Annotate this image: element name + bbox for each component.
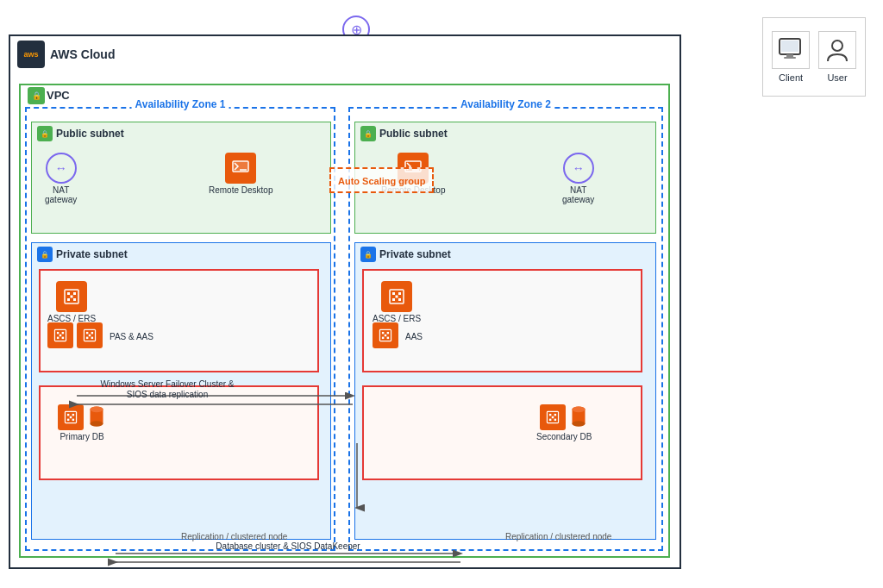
primary-db-cylinder bbox=[87, 404, 106, 430]
svg-rect-42 bbox=[382, 337, 384, 339]
svg-rect-23 bbox=[72, 414, 74, 416]
svg-rect-18 bbox=[86, 337, 88, 339]
asg-label-container: Auto Scaling group bbox=[329, 167, 434, 193]
svg-rect-7 bbox=[73, 298, 76, 301]
secondary-db-label: Secondary DB bbox=[536, 432, 592, 441]
primary-db-icons bbox=[58, 404, 106, 430]
private-subnet-1-label: Private subnet bbox=[56, 248, 128, 260]
svg-rect-5 bbox=[67, 298, 70, 301]
primary-db: Primary DB bbox=[58, 404, 106, 441]
public-subnet-1-icon: 🔒 bbox=[37, 126, 53, 141]
svg-rect-19 bbox=[91, 337, 93, 339]
nat-gateway-1-label: NATgateway bbox=[45, 185, 77, 204]
svg-rect-35 bbox=[392, 298, 395, 301]
user-svg bbox=[824, 37, 850, 63]
svg-rect-13 bbox=[62, 337, 64, 339]
svg-rect-14 bbox=[59, 335, 61, 336]
private-subnet-2-label: Private subnet bbox=[379, 248, 451, 260]
svg-rect-50 bbox=[552, 416, 554, 418]
svg-rect-16 bbox=[86, 332, 88, 334]
primary-db-ec2 bbox=[58, 404, 84, 430]
remote-desktop-1-icon bbox=[225, 153, 256, 184]
svg-rect-41 bbox=[387, 332, 389, 334]
svg-rect-36 bbox=[398, 292, 401, 295]
nat-gateway-1: ↔ NATgateway bbox=[45, 153, 77, 204]
cluster-top-az2: ASCS / ERS AAS bbox=[362, 269, 642, 372]
private-subnet-2-icon: 🔒 bbox=[360, 247, 376, 262]
vpc-icon: 🔒 bbox=[28, 87, 45, 104]
aws-logo-icon: aws bbox=[17, 41, 45, 68]
svg-point-67 bbox=[832, 41, 842, 51]
svg-rect-8 bbox=[71, 296, 73, 298]
ascs-ers-2: ASCS / ERS bbox=[373, 281, 421, 323]
availability-zone-1: Availability Zone 1 🔒 Public subnet ↔ NA… bbox=[25, 107, 335, 551]
replication-text-1: Replication / clustered node bbox=[181, 532, 287, 541]
svg-rect-44 bbox=[385, 335, 386, 336]
aas-ec2-icon bbox=[373, 322, 398, 348]
remote-desktop-1: Remote Desktop bbox=[209, 153, 272, 195]
nat-gateway-2-label: NATgateway bbox=[562, 185, 594, 204]
nat-gateway-2-icon: ↔ bbox=[563, 153, 594, 184]
asg-border: Auto Scaling group bbox=[329, 167, 434, 193]
client-item: Client bbox=[772, 31, 810, 83]
svg-rect-24 bbox=[67, 419, 69, 421]
aas-icon-1 bbox=[77, 322, 103, 348]
svg-rect-34 bbox=[392, 292, 395, 295]
svg-point-29 bbox=[91, 421, 103, 427]
asg-label: Auto Scaling group bbox=[338, 176, 425, 186]
svg-rect-37 bbox=[398, 298, 401, 301]
svg-rect-47 bbox=[554, 414, 556, 416]
secondary-db: Secondary DB bbox=[536, 404, 592, 441]
secondary-db-cylinder bbox=[569, 404, 588, 430]
right-panel: Client User bbox=[762, 17, 866, 97]
private-subnet-1-icon: 🔒 bbox=[37, 247, 53, 262]
cluster-bottom-az1: Primary DB bbox=[39, 385, 319, 480]
svg-rect-64 bbox=[781, 41, 798, 52]
svg-rect-46 bbox=[549, 414, 551, 416]
aas-label: AAS bbox=[405, 332, 423, 341]
vpc-box: 🔒 VPC Availability Zone 1 🔒 Public subne… bbox=[19, 84, 670, 558]
pas-aas-group: PAS & AAS bbox=[47, 322, 153, 348]
svg-rect-66 bbox=[784, 57, 796, 59]
svg-rect-11 bbox=[62, 332, 64, 334]
user-label: User bbox=[827, 72, 847, 83]
private-subnet-1: 🔒 Private subnet ASCS / ERS bbox=[31, 242, 331, 540]
cluster-bottom-az2: Secondary DB bbox=[362, 385, 642, 480]
ascs-ers-1: ASCS / ERS bbox=[47, 281, 96, 323]
az2-label: Availability Zone 2 bbox=[457, 98, 554, 110]
svg-rect-65 bbox=[786, 54, 793, 57]
svg-rect-48 bbox=[549, 419, 551, 421]
secondary-db-icons bbox=[540, 404, 588, 430]
svg-rect-43 bbox=[387, 337, 389, 339]
svg-rect-26 bbox=[70, 416, 72, 418]
svg-point-30 bbox=[91, 407, 103, 413]
ascs-ers-2-icon bbox=[381, 281, 412, 312]
public-subnet-1-label: Public subnet bbox=[56, 128, 124, 140]
primary-db-label: Primary DB bbox=[59, 432, 103, 441]
svg-rect-38 bbox=[396, 296, 398, 298]
diagram-container: ⊕ aws AWS Cloud 🔒 VPC Availability Zone … bbox=[9, 9, 690, 578]
public-subnet-2-icon: 🔒 bbox=[360, 126, 376, 141]
az1-label: Availability Zone 1 bbox=[132, 98, 229, 110]
aws-logo: aws AWS Cloud bbox=[17, 41, 115, 68]
client-icon bbox=[772, 31, 810, 69]
svg-rect-6 bbox=[73, 292, 76, 295]
client-label: Client bbox=[779, 72, 803, 83]
pas-aas-label: PAS & AAS bbox=[110, 332, 153, 341]
svg-point-53 bbox=[573, 421, 586, 427]
svg-rect-17 bbox=[91, 332, 93, 334]
ascs-ers-1-icon bbox=[56, 281, 87, 312]
aws-cloud-box: aws AWS Cloud 🔒 VPC Availability Zone 1 … bbox=[9, 34, 681, 569]
user-icon bbox=[818, 31, 856, 69]
cluster-top-az1: ASCS / ERS PAS & AAS bbox=[39, 269, 319, 372]
aas-group: AAS bbox=[373, 322, 423, 348]
svg-rect-25 bbox=[72, 419, 74, 421]
nat-gateway-1-icon: ↔ bbox=[46, 153, 77, 184]
svg-rect-12 bbox=[57, 337, 59, 339]
public-subnet-1: 🔒 Public subnet ↔ NATgateway Remote Desk… bbox=[31, 122, 331, 234]
svg-rect-40 bbox=[382, 332, 384, 334]
aws-cloud-label: AWS Cloud bbox=[50, 47, 115, 61]
svg-rect-22 bbox=[67, 414, 69, 416]
private-subnet-2: 🔒 Private subnet ASCS / ERS bbox=[354, 242, 656, 540]
pas-icon bbox=[47, 322, 73, 348]
